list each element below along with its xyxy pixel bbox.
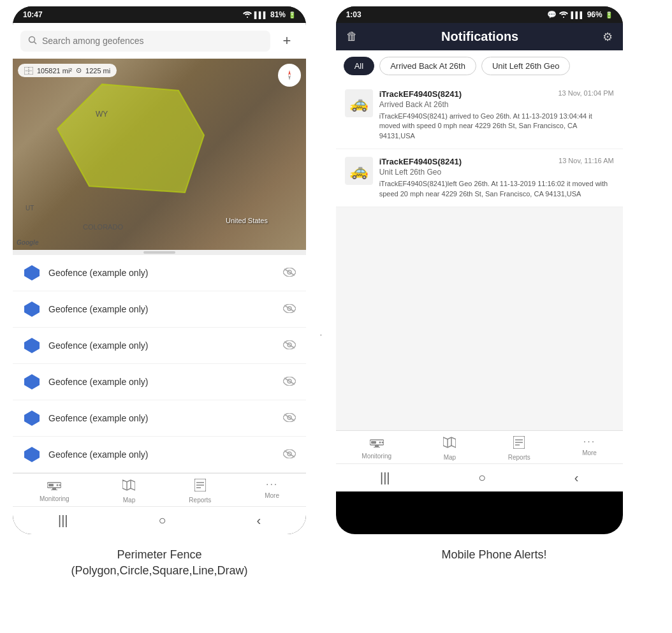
right-recent-button[interactable]: ||| (380, 470, 390, 485)
svg-point-0 (247, 17, 248, 18)
left-status-right: ▌▌▌ 81% 🔋 (243, 10, 296, 19)
svg-marker-21 (24, 411, 40, 426)
captions-row: Perimeter Fence(Polygon,Circle,Square,Li… (0, 541, 672, 585)
battery-icon-left: 🔋 (288, 11, 296, 18)
geofence-name: Geofence (example only) (48, 413, 275, 423)
right-back-button[interactable]: ‹ (574, 470, 579, 485)
map-area: 105821 mi² ⊙ 1225 mi WY UT COLORADO Unit… (13, 59, 306, 250)
map-label-co: COLORADO (83, 223, 123, 231)
left-bottom-nav: Monitoring Map Reports ··· More (13, 473, 306, 506)
delete-button[interactable]: 🗑 (346, 30, 358, 43)
settings-button[interactable]: ⚙ (603, 30, 613, 44)
list-item[interactable]: Geofence (example only) (13, 291, 306, 328)
list-item[interactable]: Geofence (example only) (13, 437, 306, 473)
svg-point-29 (57, 484, 59, 486)
add-geofence-button[interactable]: + (275, 29, 298, 52)
wifi-icon (243, 10, 252, 19)
right-battery-icon: 🔋 (605, 11, 613, 18)
right-nav-monitoring[interactable]: Monitoring (362, 436, 391, 461)
left-caption: Perimeter Fence(Polygon,Circle,Square,Li… (13, 547, 306, 579)
right-home-button[interactable]: ○ (478, 470, 486, 485)
svg-rect-28 (48, 484, 54, 486)
svg-point-43 (379, 441, 381, 443)
notification-message: iTrackEF4940S(8241) arrived to Geo 26th.… (379, 112, 614, 141)
visibility-icon[interactable] (283, 375, 296, 389)
signal-icon: ▌▌▌ (254, 11, 268, 18)
list-item[interactable]: Geofence (example only) (13, 255, 306, 291)
svg-rect-45 (375, 445, 379, 447)
visibility-icon[interactable] (283, 303, 296, 316)
right-caption: Mobile Phone Alerts! (351, 547, 638, 579)
geofence-polygon (51, 78, 210, 205)
right-nav-map[interactable]: Map (443, 436, 456, 461)
geofence-icon (23, 300, 41, 318)
map-label-ut: UT (26, 205, 34, 212)
notification-header: 🗑 Notifications ⚙ (336, 23, 623, 50)
svg-rect-46 (374, 447, 380, 447)
svg-rect-42 (371, 441, 376, 444)
filter-tab-all[interactable]: All (344, 57, 374, 75)
map-compass[interactable] (278, 64, 301, 87)
google-logo: Google (17, 239, 38, 246)
nav-reports-label: Reports (189, 497, 211, 504)
left-status-bar: 10:47 ▌▌▌ 81% 🔋 (13, 6, 306, 23)
notification-list: 🚕 iTrackEF4940S(8241) 13 Nov, 01:04 PM A… (336, 82, 623, 430)
nav-map[interactable]: Map (122, 479, 135, 504)
map-distance-label: 1225 mi (85, 67, 110, 75)
svg-line-2 (34, 41, 37, 44)
search-input[interactable] (42, 36, 263, 46)
left-system-nav: ||| ○ ‹ (13, 506, 306, 534)
more-icon: ··· (266, 479, 278, 490)
left-back-button[interactable]: ‹ (256, 513, 261, 528)
nav-reports[interactable]: Reports (189, 479, 211, 504)
visibility-icon[interactable] (283, 339, 296, 353)
search-container[interactable] (20, 31, 270, 52)
visibility-icon[interactable] (283, 412, 296, 425)
svg-marker-33 (122, 480, 135, 490)
map-label-wy: WY (96, 110, 108, 119)
right-phone: 1:03 💬 ▌▌▌ 96% 🔋 🗑 Notifications ⚙ All A… (336, 6, 623, 534)
right-more-icon: ··· (583, 436, 595, 447)
right-system-nav: ||| ○ ‹ (336, 463, 623, 491)
geofence-name: Geofence (example only) (48, 340, 275, 351)
filter-tab-left[interactable]: Unit Left 26th Geo (481, 57, 571, 75)
nav-monitoring[interactable]: Monitoring (40, 479, 69, 504)
notification-event: Arrived Back At 26th (379, 100, 614, 109)
map-terrain: 105821 mi² ⊙ 1225 mi WY UT COLORADO Unit… (13, 59, 306, 250)
geofence-icon (23, 373, 41, 391)
scroll-pill (143, 251, 175, 254)
right-nav-more[interactable]: ··· More (582, 436, 597, 461)
svg-point-44 (381, 441, 383, 443)
right-reports-icon (513, 436, 525, 452)
right-time: 1:03 (346, 10, 362, 19)
svg-rect-32 (51, 490, 57, 490)
list-item[interactable]: Geofence (example only) (13, 364, 306, 400)
right-nav-map-label: Map (444, 454, 456, 461)
svg-marker-47 (443, 437, 456, 447)
caption-spacer (319, 547, 338, 579)
right-battery: 96% (587, 10, 603, 19)
notification-item[interactable]: 🚕 iTrackEF4940S(8241) 13 Nov, 11:16 AM U… (336, 149, 623, 207)
nav-more[interactable]: ··· More (265, 479, 279, 504)
device-name: iTrackEF4940S(8241) (379, 157, 462, 166)
right-caption-text: Mobile Phone Alerts! (441, 548, 546, 561)
visibility-icon[interactable] (283, 266, 296, 280)
list-item[interactable]: Geofence (example only) (13, 328, 306, 364)
notification-avatar: 🚕 (345, 157, 373, 185)
scroll-indicator (13, 250, 306, 255)
map-area-sep: ⊙ (76, 66, 82, 75)
map-area-label: 105821 mi² (37, 67, 72, 75)
svg-marker-7 (288, 70, 291, 75)
right-nav-reports-label: Reports (508, 454, 530, 461)
geofence-icon (23, 409, 41, 427)
geofence-icon (23, 264, 41, 282)
notification-item[interactable]: 🚕 iTrackEF4940S(8241) 13 Nov, 01:04 PM A… (336, 82, 623, 149)
visibility-icon[interactable] (283, 448, 296, 462)
left-recent-button[interactable]: ||| (58, 513, 68, 528)
list-item[interactable]: Geofence (example only) (13, 400, 306, 437)
reports-icon (194, 479, 206, 495)
filter-tab-arrived[interactable]: Arrived Back At 26th (379, 57, 476, 75)
nav-map-label: Map (123, 497, 135, 504)
left-home-button[interactable]: ○ (158, 513, 166, 528)
right-nav-reports[interactable]: Reports (508, 436, 530, 461)
